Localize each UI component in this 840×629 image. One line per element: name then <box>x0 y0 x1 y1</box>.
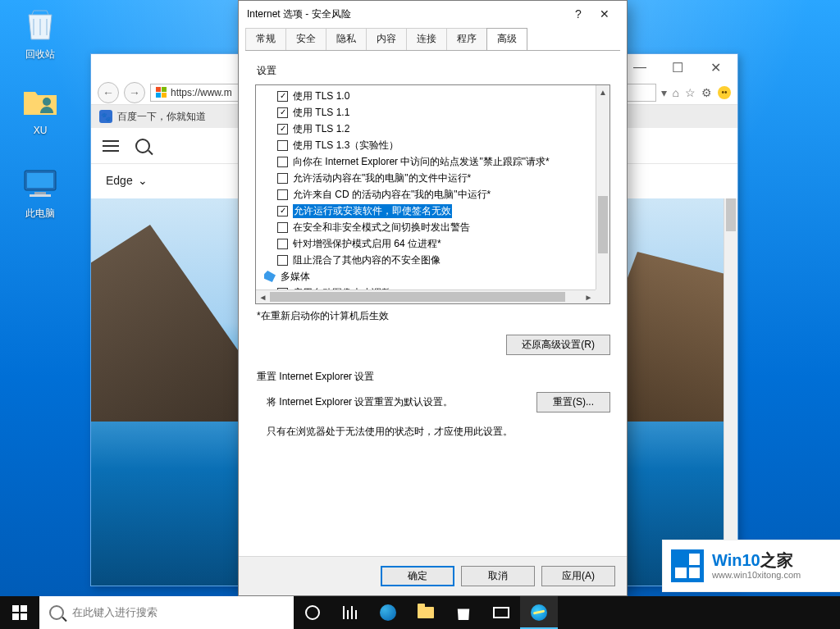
scroll-right-arrow-icon[interactable]: ► <box>582 290 596 303</box>
setting-checkbox-row[interactable]: 允许活动内容在"我的电脑"的文件中运行* <box>262 170 592 186</box>
reset-description: 将 Internet Explorer 设置重置为默认设置。 <box>267 395 453 409</box>
setting-checkbox-row[interactable]: 针对增强保护模式启用 64 位进程* <box>262 235 592 252</box>
listbox-horizontal-scrollbar[interactable]: ◄ ► <box>256 289 596 303</box>
taskbar-mail-button[interactable] <box>482 596 520 629</box>
search-icon[interactable] <box>135 139 150 153</box>
search-placeholder: 在此键入进行搜索 <box>72 605 158 620</box>
taskbar-edge-button[interactable] <box>369 596 407 629</box>
edge-label: Edge <box>106 174 133 187</box>
setting-checkbox-row[interactable]: 阻止混合了其他内容的不安全图像 <box>262 252 592 268</box>
setting-checkbox-row[interactable]: 允许来自 CD 的活动内容在"我的电脑"中运行* <box>262 186 592 203</box>
back-button[interactable]: ← <box>98 82 119 103</box>
scroll-up-arrow-icon[interactable]: ▲ <box>596 85 609 99</box>
tab-content[interactable]: 内容 <box>366 28 407 50</box>
tree-label: 多媒体 <box>281 270 310 284</box>
scroll-left-arrow-icon[interactable]: ◄ <box>256 290 270 303</box>
tab-privacy[interactable]: 隐私 <box>326 28 367 50</box>
desktop-icon-label: 回收站 <box>10 48 71 62</box>
dialog-tab-row: 常规 安全 隐私 内容 连接 程序 高级 <box>239 27 627 50</box>
tab-security[interactable]: 安全 <box>285 28 326 50</box>
dialog-footer: 确定 取消 应用(A) <box>239 556 627 595</box>
setting-label: 使用 TLS 1.1 <box>293 106 349 120</box>
checkbox[interactable] <box>277 255 288 266</box>
checkbox[interactable] <box>277 107 288 118</box>
setting-checkbox-row[interactable]: 允许运行或安装软件，即使签名无效 <box>262 203 592 219</box>
windows-logo-icon <box>12 605 27 620</box>
dialog-titlebar[interactable]: Internet 选项 - 安全风险 ? ✕ <box>239 1 627 27</box>
cortana-button[interactable] <box>294 596 331 629</box>
search-icon <box>49 605 64 620</box>
desktop-icon-label: 此电脑 <box>10 207 71 221</box>
scrollbar-thumb[interactable] <box>270 292 565 302</box>
watermark-brand2: 之家 <box>760 551 793 569</box>
ok-button[interactable]: 确定 <box>381 566 454 586</box>
watermark-badge: Win10之家 www.win10xitong.com <box>663 540 840 591</box>
restore-advanced-button[interactable]: 还原高级设置(R) <box>506 335 610 355</box>
tab-programs[interactable]: 程序 <box>446 28 487 50</box>
taskbar-explorer-button[interactable] <box>407 596 445 629</box>
desktop-icon-this-pc[interactable]: 此电脑 <box>10 164 71 221</box>
setting-checkbox-row[interactable]: 使用 TLS 1.1 <box>262 104 592 121</box>
this-pc-icon <box>21 164 60 203</box>
desktop-icon-recycle-bin[interactable]: 回收站 <box>10 5 71 62</box>
setting-checkbox-row[interactable]: 在安全和非安全模式之间切换时发出警告 <box>262 219 592 235</box>
start-button[interactable] <box>0 596 39 629</box>
tab-advanced[interactable]: 高级 <box>486 28 527 50</box>
ie-vertical-scrollbar[interactable] <box>724 198 737 586</box>
checkbox[interactable] <box>277 157 288 167</box>
setting-checkbox-row[interactable]: 使用 TLS 1.0 <box>262 88 592 104</box>
close-button[interactable]: ✕ <box>696 55 734 80</box>
browser-tab-baidu[interactable]: 🐾 百度一下，你就知道 <box>99 110 206 124</box>
taskbar-search-box[interactable]: 在此键入进行搜索 <box>39 596 294 629</box>
svg-rect-5 <box>156 87 161 92</box>
store-icon <box>456 605 471 620</box>
checkbox[interactable] <box>277 239 288 249</box>
watermark-brand1: Win10 <box>712 551 760 569</box>
cancel-button[interactable]: 取消 <box>461 566 535 586</box>
hamburger-menu-icon[interactable] <box>103 140 119 152</box>
favorites-icon[interactable]: ☆ <box>685 86 696 99</box>
tree-node-multimedia[interactable]: 多媒体 <box>262 268 592 285</box>
setting-checkbox-row[interactable]: 向你在 Internet Explorer 中访问的站点发送"禁止跟踪"请求* <box>262 153 592 170</box>
settings-gear-icon[interactable]: ⚙ <box>701 86 712 99</box>
feedback-smiley-icon[interactable]: •• <box>718 86 731 99</box>
desktop-icon-xu-folder[interactable]: XU <box>10 82 71 136</box>
dropdown-icon[interactable]: ▾ <box>661 86 667 99</box>
svg-point-0 <box>43 98 51 106</box>
home-icon[interactable]: ⌂ <box>673 86 679 99</box>
taskbar-ie-button[interactable] <box>520 596 558 629</box>
svg-rect-6 <box>162 87 167 92</box>
checkbox[interactable] <box>277 124 288 134</box>
scrollbar-thumb[interactable] <box>598 196 608 253</box>
reset-button[interactable]: 重置(S)... <box>536 392 610 412</box>
setting-checkbox-row[interactable]: 使用 TLS 1.3（实验性） <box>262 137 592 153</box>
apply-button[interactable]: 应用(A) <box>541 566 615 586</box>
checkbox[interactable] <box>277 173 288 184</box>
folder-icon <box>418 607 434 618</box>
advanced-settings-listbox[interactable]: 使用 TLS 1.0使用 TLS 1.1使用 TLS 1.2使用 TLS 1.3… <box>255 84 610 304</box>
checkbox[interactable] <box>277 140 288 151</box>
maximize-button[interactable]: ☐ <box>659 55 696 80</box>
cortana-icon <box>305 605 320 620</box>
forward-button[interactable]: → <box>124 82 145 103</box>
checkbox[interactable] <box>277 222 288 233</box>
checkbox[interactable] <box>277 91 288 102</box>
watermark-url: www.win10xitong.com <box>712 570 801 581</box>
setting-label: 允许运行或安装软件，即使签名无效 <box>293 204 452 218</box>
dialog-close-button[interactable]: ✕ <box>591 7 619 21</box>
listbox-vertical-scrollbar[interactable]: ▲ <box>596 85 609 289</box>
ms-logo-icon <box>156 87 167 98</box>
tab-connections[interactable]: 连接 <box>406 28 447 50</box>
checkbox[interactable] <box>277 206 288 217</box>
taskbar: 在此键入进行搜索 <box>0 596 840 629</box>
help-button[interactable]: ? <box>566 7 591 21</box>
multimedia-icon <box>264 271 276 282</box>
checkbox[interactable] <box>277 189 288 200</box>
task-view-button[interactable] <box>331 596 369 629</box>
restart-note: *在重新启动你的计算机后生效 <box>257 309 610 323</box>
taskbar-store-button[interactable] <box>445 596 482 629</box>
setting-label: 使用 TLS 1.3（实验性） <box>293 139 399 153</box>
tab-general[interactable]: 常规 <box>245 28 286 50</box>
setting-checkbox-row[interactable]: 使用 TLS 1.2 <box>262 121 592 137</box>
task-view-icon <box>343 606 358 619</box>
